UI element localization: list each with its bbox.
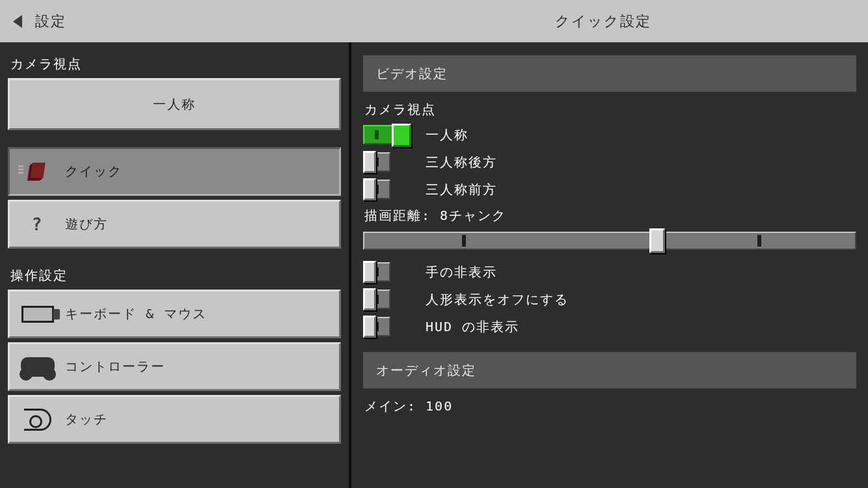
toggle-hide-doll[interactable]: 人形表示をオフにする: [363, 288, 856, 310]
slider-track: [363, 232, 856, 250]
toggle-label: 三人称前方: [426, 181, 497, 198]
title-bar: 設定 クイック設定: [0, 0, 868, 42]
toggle-off-icon: [363, 316, 411, 338]
back-button[interactable]: 設定: [13, 12, 66, 31]
screen-title: 設定: [35, 12, 66, 31]
sidebar-item-keyboard[interactable]: キーボード & マウス: [8, 290, 341, 338]
quick-icon: [26, 161, 49, 182]
section-controls: 操作設定: [10, 267, 341, 284]
sidebar-item-label: 遊び方: [65, 215, 339, 233]
toggle-off-icon: [363, 178, 411, 200]
sidebar-item-label: クイック: [65, 163, 339, 180]
toggle-label: 一人称: [426, 126, 468, 144]
slider-handle-icon: [649, 228, 665, 253]
toggle-label: 手の非表示: [426, 264, 497, 281]
main-volume-label: メイン: 100: [364, 398, 856, 415]
keyboard-icon: [21, 306, 54, 323]
controller-icon: [21, 357, 55, 377]
chevron-left-icon: [13, 15, 22, 28]
toggle-on-icon: [363, 124, 411, 146]
video-settings-header: ビデオ設定: [363, 55, 856, 92]
toggle-label: HUD の非表示: [426, 318, 519, 336]
sidebar-item-howtoplay[interactable]: ? 遊び方: [8, 200, 341, 249]
camera-perspective-label: 一人称: [153, 96, 196, 113]
sidebar-item-controller[interactable]: コントローラー: [8, 342, 341, 391]
audio-settings-header: オーディオ設定: [363, 352, 856, 388]
section-camera: カメラ視点: [10, 55, 341, 73]
render-distance-label: 描画距離: 8チャンク: [364, 207, 856, 224]
sidebar-item-label: タッチ: [65, 411, 339, 428]
toggle-off-icon: [363, 151, 411, 173]
render-distance-slider[interactable]: [363, 230, 856, 252]
camera-option-first[interactable]: 一人称: [363, 124, 856, 146]
toggle-hide-hud[interactable]: HUD の非表示: [363, 316, 856, 338]
sidebar-item-label: コントローラー: [65, 358, 339, 375]
settings-main-panel: ビデオ設定 カメラ視点 一人称 三人称後方 三人称前方 描画距離: 8チャンク …: [351, 42, 868, 488]
camera-perspective-button[interactable]: 一人称: [8, 78, 341, 130]
toggle-label: 人形表示をオフにする: [426, 291, 569, 308]
toggle-label: 三人称後方: [426, 154, 497, 171]
sidebar-item-quick[interactable]: クイック: [8, 147, 341, 196]
touch-icon: [24, 409, 51, 431]
question-icon: ?: [10, 215, 65, 234]
page-title: クイック設定: [555, 12, 651, 31]
toggle-off-icon: [363, 288, 411, 310]
toggle-off-icon: [363, 261, 411, 283]
settings-sidebar: カメラ視点 一人称 クイック ? 遊び方 操作設定 キーボード & マウス コン…: [0, 42, 351, 488]
camera-option-third-back[interactable]: 三人称後方: [363, 151, 856, 173]
camera-perspective-label: カメラ視点: [364, 101, 856, 118]
camera-option-third-front[interactable]: 三人称前方: [363, 178, 856, 200]
sidebar-item-touch[interactable]: タッチ: [8, 395, 341, 444]
sidebar-item-label: キーボード & マウス: [65, 305, 339, 323]
toggle-hide-hand[interactable]: 手の非表示: [363, 261, 856, 283]
